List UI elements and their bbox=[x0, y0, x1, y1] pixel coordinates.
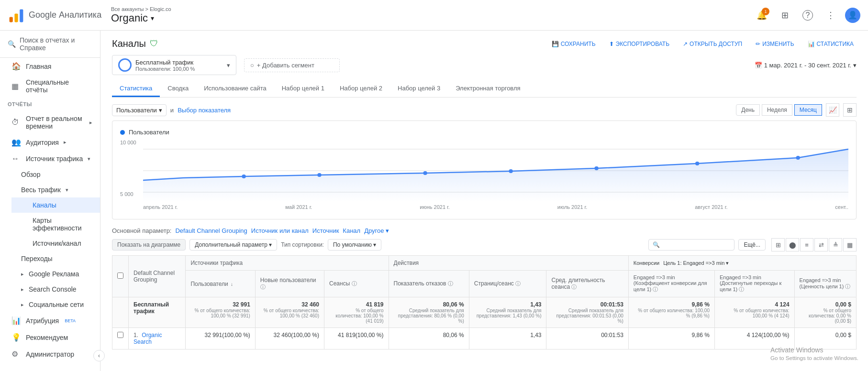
select-all-checkbox[interactable] bbox=[117, 273, 123, 279]
add-segment-button[interactable]: ○ + Добавить сегмент bbox=[244, 58, 340, 72]
conv-reach-header[interactable]: Engaged =>3 min (Достигнутые переходы к … bbox=[714, 271, 794, 297]
share-icon: ↗ bbox=[683, 41, 688, 47]
segment-pill[interactable]: Бесплатный трафик Пользователи: 100,00 %… bbox=[112, 55, 236, 75]
sidebar-item-admin[interactable]: ⚙ Администратор bbox=[0, 346, 100, 357]
tab-goals3[interactable]: Набор целей 3 bbox=[390, 81, 448, 97]
table-toolbar: Показать на диаграмме Дополнительный пар… bbox=[112, 238, 857, 251]
period-week-button[interactable]: Неделя bbox=[762, 104, 792, 116]
sidebar-item-social[interactable]: ▸ Социальные сети bbox=[6, 297, 100, 312]
dropdown-arrow-icon[interactable]: ▾ bbox=[151, 14, 154, 22]
svg-point-11 bbox=[695, 162, 699, 165]
sidebar-item-home[interactable]: 🏠 Главная bbox=[0, 58, 100, 75]
sidebar-item-all-traffic[interactable]: Весь трафик ▾ bbox=[6, 182, 100, 197]
sidebar-item-referrals-label: Переходы bbox=[21, 255, 53, 262]
export-icon: ⬆ bbox=[609, 41, 614, 47]
sidebar-item-channels[interactable]: Каналы bbox=[11, 197, 100, 213]
default-channel-grouping-link[interactable]: Default Channel Grouping bbox=[175, 227, 247, 234]
conv-value-header[interactable]: Engaged =>3 min (Ценность цели 1) ⓘ bbox=[794, 271, 856, 297]
table-view-button[interactable]: ⊞ bbox=[771, 238, 785, 251]
sidebar-item-google-ads[interactable]: ▸ Google Реклама bbox=[6, 266, 100, 282]
sidebar-item-treemaps[interactable]: Карты эффективности bbox=[11, 213, 100, 236]
svg-point-10 bbox=[594, 166, 598, 170]
sidebar-item-overview[interactable]: Обзор bbox=[6, 167, 100, 182]
tab-goals1[interactable]: Набор целей 1 bbox=[274, 81, 332, 97]
bounce-header[interactable]: Показатель отказов ⓘ bbox=[389, 271, 469, 297]
tab-statistika[interactable]: Статистика bbox=[112, 81, 160, 97]
show-chart-button[interactable]: Показать на диаграмме bbox=[112, 239, 186, 251]
funnel-view-button[interactable]: ≜ bbox=[829, 238, 842, 251]
sidebar-item-attribution[interactable]: 📊 Атрибуция BETA bbox=[0, 312, 100, 329]
pivot-view-button[interactable]: ⇄ bbox=[814, 238, 828, 251]
save-button[interactable]: 💾 СОХРАНИТЬ bbox=[549, 39, 599, 49]
bar-chart-icon: ⊞ bbox=[847, 106, 853, 114]
sidebar-item-treemaps-label: Карты эффективности bbox=[33, 217, 92, 232]
other-link[interactable]: Другое ▾ bbox=[364, 227, 389, 234]
tab-usage[interactable]: Использование сайта bbox=[196, 81, 274, 97]
channel-link[interactable]: Канал bbox=[343, 227, 360, 234]
more-button[interactable]: ⋮ bbox=[822, 7, 839, 24]
bar-chart-button[interactable]: ⊞ bbox=[843, 103, 857, 117]
compare-view-button[interactable]: ≡ bbox=[800, 238, 813, 251]
pie-view-button[interactable]: ⬤ bbox=[786, 238, 799, 251]
conversion-select[interactable]: Конверсии Цель 1: Engaged =>3 min ▾ bbox=[634, 260, 729, 266]
breadcrumb: Все аккаунты > Elogic.co bbox=[111, 6, 753, 12]
sidebar-item-audience[interactable]: 👥 Аудитория ▸ bbox=[0, 134, 100, 151]
additional-param-button[interactable]: Дополнительный параметр ▾ bbox=[189, 239, 277, 251]
actions-header: Действия bbox=[389, 256, 628, 271]
chart-x-labels: апрель 2021 г. май 2021 г. июнь 2021 г. … bbox=[143, 204, 848, 210]
stats-button[interactable]: 📊 СТАТИСТИКА bbox=[805, 39, 857, 49]
sidebar-item-traffic[interactable]: ↔ Источник трафика ▾ bbox=[0, 151, 100, 167]
more-options-button[interactable]: Ещё... bbox=[738, 239, 766, 251]
row1-checkbox[interactable] bbox=[112, 328, 129, 349]
row1-checkbox-input[interactable] bbox=[117, 332, 123, 338]
stats-tabs: Статистика Сводка Использование сайта На… bbox=[112, 81, 857, 97]
expand-audience-icon: ▸ bbox=[64, 139, 67, 145]
share-label: ОТКРЫТЬ ДОСТУП bbox=[690, 41, 742, 47]
lifetime-view-button[interactable]: ▦ bbox=[843, 238, 857, 251]
sidebar-item-channels-label: Каналы bbox=[33, 201, 56, 209]
x-label-may: май 2021 г. bbox=[285, 204, 312, 210]
period-month-button[interactable]: Месяц bbox=[794, 104, 822, 116]
more-vert-icon: ⋮ bbox=[826, 10, 835, 21]
source-link[interactable]: Источник bbox=[312, 227, 339, 234]
notification-button[interactable]: 🔔 1 bbox=[753, 7, 770, 24]
conv-rate-header[interactable]: Engaged =>3 min (Коэффициент конверсии д… bbox=[628, 271, 714, 297]
sessions-header[interactable]: Сеансы ⓘ bbox=[324, 271, 389, 297]
edit-button[interactable]: ✏ ИЗМЕНИТЬ bbox=[753, 39, 797, 49]
add-metric-link[interactable]: Выбор показателя bbox=[178, 107, 231, 114]
sort-button[interactable]: По умолчанию ▾ bbox=[328, 239, 382, 251]
checkbox-header[interactable] bbox=[112, 256, 129, 297]
chart-wrapper: 10 000 5 000 bbox=[120, 140, 848, 211]
sidebar-item-referrals[interactable]: Переходы bbox=[6, 251, 100, 266]
sidebar-item-source-medium[interactable]: Источник/канал bbox=[11, 236, 100, 251]
table-search[interactable]: 🔍 bbox=[648, 239, 734, 251]
duration-header[interactable]: Сред. длительность сеанса ⓘ bbox=[546, 271, 628, 297]
sidebar-search[interactable]: 🔍 Поиск в отчетах и Справке bbox=[0, 31, 100, 58]
x-label-sept: сент.. bbox=[835, 204, 848, 210]
sidebar-item-realtime[interactable]: ⏱ Отчет в реальном времени ▸ bbox=[0, 111, 100, 134]
pages-header[interactable]: Страниц/сеанс ⓘ bbox=[469, 271, 546, 297]
additional-param-label: Дополнительный параметр ▾ bbox=[195, 241, 272, 248]
tab-goals2[interactable]: Набор целей 2 bbox=[332, 81, 390, 97]
page-header: Каналы 🛡 💾 СОХРАНИТЬ ⬆ ЭКСПОРТИРОВАТЬ ↗ … bbox=[112, 38, 857, 49]
source-medium-link[interactable]: Источник или канал bbox=[251, 227, 309, 234]
grid-button[interactable]: ⊞ bbox=[776, 7, 793, 24]
tab-ecommerce[interactable]: Электронная торговля bbox=[448, 81, 528, 97]
export-button[interactable]: ⬆ ЭКСПОРТИРОВАТЬ bbox=[606, 39, 672, 49]
date-range-picker[interactable]: 📅 1 мар. 2021 г. - 30 сент. 2021 г. ▾ bbox=[755, 62, 857, 69]
sidebar-item-recommend[interactable]: 💡 Рекомендуем bbox=[0, 329, 100, 346]
sidebar-item-search-console[interactable]: ▸ Search Console bbox=[6, 282, 100, 297]
new-users-header[interactable]: Новые пользователи ⓘ bbox=[255, 271, 324, 297]
help-button[interactable]: ? bbox=[799, 7, 816, 24]
line-chart-button[interactable]: 📈 bbox=[826, 103, 839, 117]
metric-selector[interactable]: Пользователи ▾ bbox=[112, 104, 167, 116]
sort-label: По умолчанию ▾ bbox=[333, 241, 377, 248]
tab-svodka[interactable]: Сводка bbox=[160, 81, 196, 97]
period-day-button[interactable]: День bbox=[736, 104, 760, 116]
sort-type-label: Тип сортировки: bbox=[281, 241, 324, 248]
total-pages: 1,43 Средний показатель для представлени… bbox=[469, 297, 546, 328]
avatar[interactable]: 👤 bbox=[845, 8, 860, 23]
sidebar-item-special[interactable]: ▦ Специальные отчёты bbox=[0, 75, 100, 98]
share-button[interactable]: ↗ ОТКРЫТЬ ДОСТУП bbox=[680, 39, 745, 49]
users-header[interactable]: Пользователи ↓ bbox=[186, 271, 255, 297]
